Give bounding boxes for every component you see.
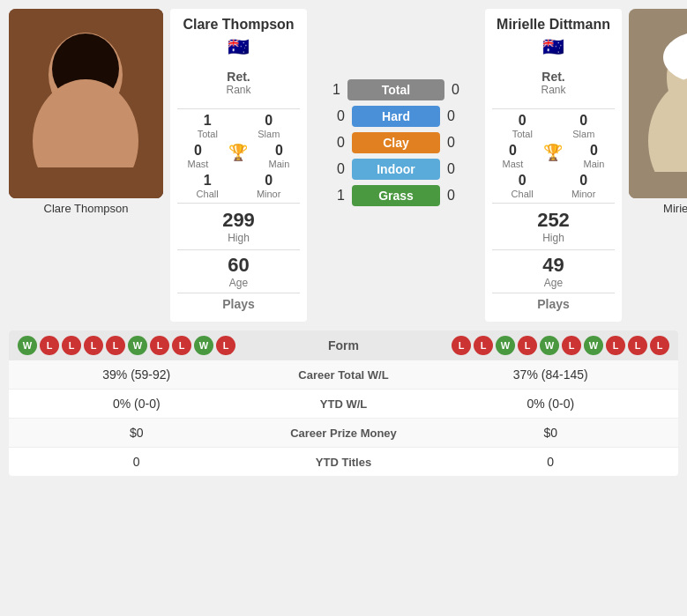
right-age: 49 Age: [492, 254, 615, 289]
right-player-col: Mirielle Dittmann: [629, 9, 687, 322]
left-player-col: Clare Thompson: [9, 9, 163, 322]
right-player-name-below: Mirielle Dittmann: [629, 202, 687, 215]
clay-badge: Clay: [352, 132, 440, 153]
form-badge: L: [62, 336, 81, 355]
left-plays: Plays: [177, 297, 300, 311]
right-minor: 0 Minor: [571, 173, 596, 199]
right-mast: 0 Mast: [503, 143, 524, 169]
left-chall-minor: 1 Chall 0 Minor: [177, 173, 300, 199]
left-flag: 🇦🇺: [177, 36, 300, 57]
form-badge: L: [518, 336, 537, 355]
left-slam: 0 Slam: [258, 113, 280, 139]
left-form-badges: WLLLLWLLWL: [18, 336, 291, 355]
right-total-slam: 0 Total 0 Slam: [492, 113, 615, 139]
left-stats-panel: Clare Thompson 🇦🇺 Ret. Rank 1 Total 0: [170, 9, 307, 322]
bottom-section: WLLLLWLLWL Form LLWLWLWLLL 39% (59-92) C…: [9, 330, 678, 476]
score-row-grass: 1 Grass 0: [318, 185, 474, 206]
form-badge: L: [106, 336, 125, 355]
form-row: WLLLLWLLWL Form LLWLWLWLLL: [9, 330, 678, 360]
left-age: 60 Age: [177, 254, 300, 289]
right-form-badges: LLWLWLWLLL: [397, 336, 670, 355]
score-row-total: 1 Total 0: [314, 79, 478, 100]
indoor-badge: Indoor: [352, 159, 440, 180]
right-flag: 🇦🇺: [492, 36, 615, 57]
right-career-wl: 37% (84-145): [432, 367, 670, 382]
titles-label: YTD Titles: [256, 456, 432, 469]
grass-badge: Grass: [352, 185, 440, 206]
form-badge: W: [194, 336, 213, 355]
ytd-wl-label: YTD W/L: [256, 397, 432, 411]
prize-row: $0 Career Prize Money $0: [9, 419, 678, 448]
left-minor: 0 Minor: [257, 173, 281, 199]
right-player-name: Mirielle Dittmann: [492, 16, 615, 33]
form-badge: L: [452, 336, 471, 355]
score-row-clay: 0 Clay 0: [318, 132, 474, 153]
right-prize: $0: [432, 426, 670, 440]
right-main: 0 Main: [584, 143, 605, 169]
left-mast: 0 Mast: [188, 143, 209, 169]
form-badge: L: [650, 336, 669, 355]
svg-rect-4: [9, 167, 163, 198]
right-mast-main: 0 Mast 🏆 0 Main: [492, 143, 615, 169]
titles-row: 0 YTD Titles 0: [9, 448, 678, 476]
right-trophy-icon: 🏆: [543, 143, 563, 169]
left-career-wl: 39% (59-92): [18, 367, 256, 382]
form-badge: L: [150, 336, 169, 355]
left-total-slam: 1 Total 0 Slam: [177, 113, 300, 139]
left-chall: 1 Chall: [197, 173, 219, 199]
form-badge: W: [540, 336, 559, 355]
hard-badge: Hard: [352, 106, 440, 127]
left-prize: $0: [18, 426, 256, 440]
left-ret-rank: Ret. Rank: [177, 63, 300, 103]
score-row-hard: 0 Hard 0: [318, 106, 474, 127]
form-badge: L: [172, 336, 191, 355]
form-badge: W: [584, 336, 603, 355]
score-row-indoor: 0 Indoor 0: [318, 159, 474, 180]
total-badge: Total: [347, 79, 444, 100]
form-badge: L: [84, 336, 103, 355]
form-badge: W: [128, 336, 147, 355]
right-total: 0 Total: [512, 113, 533, 139]
left-player-name: Clare Thompson: [177, 16, 300, 33]
right-ytd-wl: 0% (0-0): [432, 397, 670, 411]
form-badge: W: [496, 336, 515, 355]
left-player-name-below: Clare Thompson: [9, 202, 163, 215]
right-chall-minor: 0 Chall 0 Minor: [492, 173, 615, 199]
right-chall: 0 Chall: [512, 173, 534, 199]
left-trophy-icon: 🏆: [228, 143, 248, 169]
form-label: Form: [291, 338, 397, 353]
right-player-photo: [629, 9, 687, 198]
svg-rect-9: [629, 172, 687, 198]
top-section: Clare Thompson Clare Thompson 🇦🇺 Ret. Ra…: [0, 0, 687, 330]
form-badge: L: [606, 336, 625, 355]
form-badge: L: [40, 336, 59, 355]
right-ret-rank: Ret. Rank: [492, 63, 615, 103]
left-high: 299 High: [177, 209, 300, 244]
right-slam: 0 Slam: [572, 113, 594, 139]
ytd-wl-row: 0% (0-0) YTD W/L 0% (0-0): [9, 390, 678, 419]
career-wl-row: 39% (59-92) Career Total W/L 37% (84-145…: [9, 360, 678, 390]
prize-label: Career Prize Money: [256, 427, 432, 440]
right-titles: 0: [432, 455, 670, 469]
left-player-photo: [9, 9, 163, 198]
right-stats-panel: Mirielle Dittmann 🇦🇺 Ret. Rank 0 Total 0: [485, 9, 622, 322]
left-main: 0 Main: [269, 143, 290, 169]
main-container: Clare Thompson Clare Thompson 🇦🇺 Ret. Ra…: [0, 0, 687, 476]
career-wl-label: Career Total W/L: [256, 368, 432, 382]
form-badge: L: [474, 336, 493, 355]
form-badge: W: [18, 336, 37, 355]
left-titles: 0: [18, 455, 256, 469]
left-ytd-wl: 0% (0-0): [18, 397, 256, 411]
right-plays: Plays: [492, 297, 615, 311]
right-high: 252 High: [492, 209, 615, 244]
left-total: 1 Total: [198, 113, 218, 139]
form-badge: L: [216, 336, 235, 355]
left-mast-main: 0 Mast 🏆 0 Main: [177, 143, 300, 169]
form-badge: L: [562, 336, 581, 355]
form-badge: L: [628, 336, 647, 355]
middle-scores: 1 Total 0 0 Hard 0 0 Clay 0 0 Indoor 0: [307, 9, 485, 322]
